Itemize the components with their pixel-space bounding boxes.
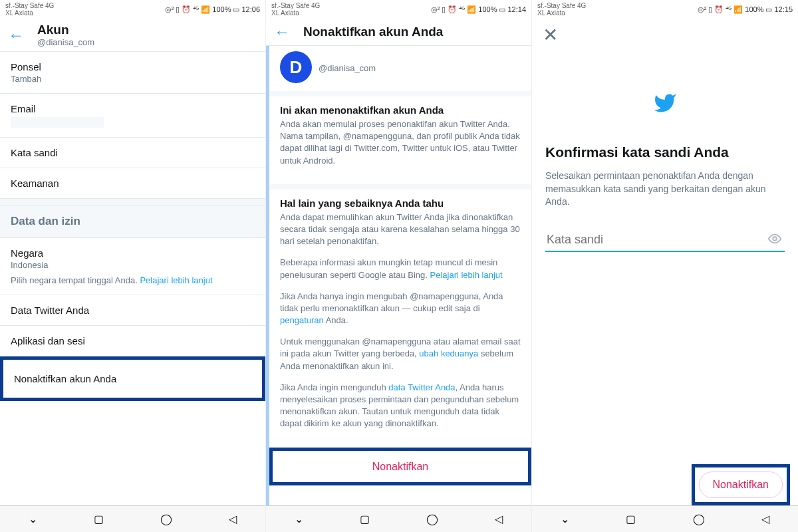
avatar: D: [280, 51, 312, 83]
screen-confirm-password: sf.-Stay Safe 4GXL Axiata ◎²▯⏰⁴ᴳ📶 100%▭ …: [532, 0, 798, 532]
confirm-password-desc: Selesaikan permintaan penonaktifan Anda …: [545, 170, 785, 209]
screen-deactivate-info: sf.-Stay Safe 4GXL Axiata ◎²▯⏰⁴ᴳ📶 100%▭ …: [266, 0, 532, 532]
nav-back-icon[interactable]: ◁: [229, 513, 237, 525]
email-value-masked: [11, 117, 104, 128]
section-data-permissions: Data dan izin: [0, 205, 265, 238]
back-arrow-icon[interactable]: ←: [8, 26, 24, 45]
deactivate-desc: Anda akan memulai proses penonaktifan ak…: [280, 118, 521, 167]
status-bar: sf.-Stay Safe 4GXL Axiata ◎²▯⏰⁴ᴳ📶 100%▭ …: [266, 0, 531, 19]
change-both-link[interactable]: ubah keduanya: [419, 348, 478, 358]
signal-4g-icon: ⁴ᴳ: [193, 5, 199, 14]
status-time: 12:15: [774, 5, 793, 13]
android-navbar: ⌄ ▢ ◯ ◁: [0, 505, 265, 532]
row-country[interactable]: Negara Indonesia Pilih negara tempat tin…: [0, 238, 265, 295]
page-title: Akun: [37, 23, 94, 37]
svg-point-0: [773, 237, 777, 241]
row-twitter-data[interactable]: Data Twitter Anda: [0, 295, 265, 326]
confirm-password-title: Konfirmasi kata sandi Anda: [545, 144, 785, 160]
password-input[interactable]: [545, 229, 785, 252]
status-time: 12:06: [241, 5, 260, 13]
header: ← Akun @dianisa_com: [0, 19, 265, 52]
page-title: Nonaktifkan akun Anda: [303, 25, 443, 39]
signal-icon: 📶: [201, 5, 210, 14]
nav-home-icon[interactable]: ◯: [426, 513, 438, 525]
learn-more-link[interactable]: Pelajari lebih lanjut: [140, 275, 212, 285]
row-deactivate-account[interactable]: Nonaktifkan akun Anda: [0, 356, 265, 401]
highlight-deactivate-button: Nonaktifkan: [269, 448, 531, 485]
row-email[interactable]: Email: [0, 94, 265, 138]
nav-recent-icon[interactable]: ▢: [360, 513, 370, 525]
footer-action: Nonaktifkan: [692, 464, 791, 505]
status-time: 12:14: [507, 5, 526, 13]
profile-handle: @dianisa_com: [319, 63, 376, 73]
twitter-data-link[interactable]: data Twitter Anda: [388, 382, 455, 392]
screen-account: sf.-Stay Safe 4GXL Axiata ◎² ▯ ⏰ ⁴ᴳ 📶 10…: [0, 0, 266, 532]
row-phone[interactable]: Ponsel Tambah: [0, 52, 265, 94]
other-info-heading: Hal lain yang sebaiknya Anda tahu: [280, 198, 521, 209]
deactivate-confirm-button[interactable]: Nonaktifkan: [699, 471, 783, 498]
nav-home-icon[interactable]: ◯: [693, 513, 705, 525]
header: ← Nonaktifkan akun Anda: [266, 19, 531, 46]
hotspot-icon: ◎²: [165, 5, 174, 14]
eye-icon[interactable]: [767, 231, 782, 249]
nav-back-icon[interactable]: ◁: [761, 513, 769, 525]
deactivate-button[interactable]: Nonaktifkan: [273, 451, 528, 482]
settings-link[interactable]: pengaturan: [280, 315, 324, 325]
twitter-logo-icon: [532, 91, 798, 118]
row-apps-sessions[interactable]: Aplikasi dan sesi: [0, 326, 265, 356]
back-arrow-icon[interactable]: ←: [274, 23, 290, 41]
android-navbar: ⌄ ▢ ◯ ◁: [532, 505, 798, 532]
nav-recent-icon[interactable]: ▢: [626, 513, 636, 525]
deactivate-heading: Ini akan menonaktifkan akun Anda: [280, 104, 521, 116]
vibrate-icon: ▯: [176, 5, 180, 14]
nav-back-icon[interactable]: ◁: [495, 513, 503, 525]
row-password[interactable]: Kata sandi: [0, 138, 265, 168]
account-handle: @dianisa_com: [37, 37, 94, 47]
learn-more-link[interactable]: Pelajari lebih lanjut: [430, 270, 503, 280]
nav-chevron-down-icon[interactable]: ⌄: [561, 513, 569, 525]
profile-row: D @dianisa_com: [269, 46, 531, 91]
nav-home-icon[interactable]: ◯: [160, 513, 172, 525]
close-icon[interactable]: ✕: [532, 19, 798, 51]
android-navbar: ⌄ ▢ ◯ ◁: [266, 505, 531, 532]
nav-chevron-down-icon[interactable]: ⌄: [295, 513, 303, 525]
status-bar: sf.-Stay Safe 4GXL Axiata ◎²▯⏰⁴ᴳ📶 100%▭ …: [532, 0, 798, 19]
alarm-icon: ⏰: [182, 5, 191, 14]
nav-recent-icon[interactable]: ▢: [94, 513, 104, 525]
row-security[interactable]: Keamanan: [0, 168, 265, 199]
battery-icon: ▭: [233, 5, 239, 14]
status-bar: sf.-Stay Safe 4GXL Axiata ◎² ▯ ⏰ ⁴ᴳ 📶 10…: [0, 0, 265, 19]
nav-chevron-down-icon[interactable]: ⌄: [29, 513, 37, 525]
